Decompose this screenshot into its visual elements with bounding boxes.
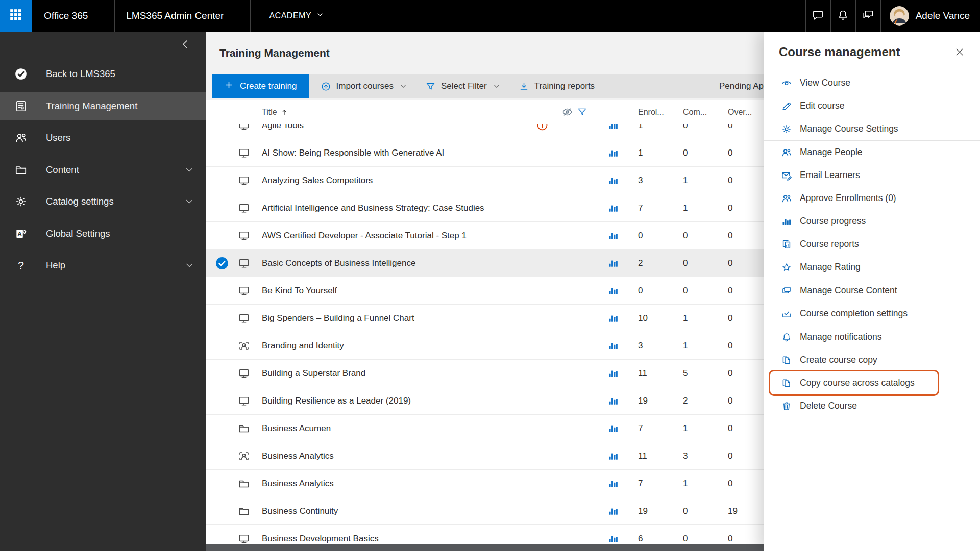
course-progress-icon[interactable] [602,525,635,544]
row-select-cell[interactable] [206,360,238,387]
row-select-cell[interactable] [206,332,238,359]
notifications-button[interactable] [831,0,855,32]
course-title[interactable]: Analyzing Sales Competitors [258,167,531,194]
panel-item-course-reports[interactable]: Course reports [764,233,980,256]
import-courses-button[interactable]: Import courses [313,74,414,98]
sidebar-item-training-management[interactable]: Training Management [0,92,206,120]
course-title[interactable]: Artificial Intelligence and Business Str… [258,194,531,221]
course-title[interactable]: Building a Superstar Brand [258,360,531,387]
select-all-cell[interactable] [206,100,238,124]
close-panel-button[interactable] [954,47,966,58]
course-progress-icon[interactable] [602,497,635,524]
title-column-header[interactable]: Title [258,100,531,124]
row-select-cell[interactable] [206,167,238,194]
table-row-business-development-basics[interactable]: Business Development Basics600 [206,525,764,544]
overdue-column-header[interactable]: Over... [725,100,764,124]
table-row-big-spenders-building-a-funnel-chart[interactable]: Big Spenders – Building a Funnel Chart10… [206,305,764,332]
course-progress-icon[interactable] [602,222,635,249]
panel-item-copy-course-across-catalogs[interactable]: Copy course across catalogs [764,371,980,394]
table-row-artificial-intelligence-and-business-strategy-case-studies[interactable]: Artificial Intelligence and Business Str… [206,194,764,222]
table-row-aws-certified-developer-associate-tutorial-step-1[interactable]: AWS Certified Developer - Associate Tuto… [206,222,764,249]
course-title[interactable]: AWS Certified Developer - Associate Tuto… [258,222,531,249]
sidebar-item-back-to-lms365[interactable]: Back to LMS365 [0,60,206,88]
column-filter-indicators[interactable] [553,100,602,124]
course-progress-icon[interactable] [602,332,635,359]
course-title[interactable]: Branding and Identity [258,332,531,359]
table-row-basic-concepts-of-business-intelligence[interactable]: Basic Concepts of Business Intelligence2… [206,249,764,277]
row-select-cell[interactable] [206,415,238,442]
select-filter-button[interactable]: Select Filter [418,74,507,98]
course-title[interactable]: Be Kind To Yourself [258,277,531,304]
course-progress-icon[interactable] [602,387,635,414]
panel-item-create-course-copy[interactable]: Create course copy [764,348,980,371]
row-select-cell[interactable] [206,525,238,544]
course-title[interactable]: Agile Tools [258,124,531,139]
course-title[interactable]: Business Continuity [258,497,531,524]
course-title[interactable]: Big Spenders – Building a Funnel Chart [258,305,531,332]
admin-center-title[interactable]: LMS365 Admin Center [115,0,250,32]
table-row-building-a-superstar-brand[interactable]: Building a Superstar Brand1150 [206,360,764,387]
panel-item-manage-people[interactable]: Manage People [764,141,980,164]
course-progress-icon[interactable] [602,470,635,497]
panel-item-course-progress[interactable]: Course progress [764,210,980,233]
panel-item-manage-notifications[interactable]: Manage notifications [764,325,980,348]
tenant-switcher[interactable]: ACADEMY [251,0,337,32]
sidebar-item-catalog-settings[interactable]: Catalog settings [0,188,206,215]
table-row-business-analytics[interactable]: Business Analytics710 [206,470,764,497]
panel-item-approve-enrollments-0[interactable]: Approve Enrollments (0) [764,187,980,210]
chat-button[interactable] [806,0,830,32]
row-select-cell[interactable] [206,387,238,414]
row-select-cell[interactable] [206,442,238,469]
course-progress-icon[interactable] [602,360,635,387]
course-progress-icon[interactable] [602,415,635,442]
row-select-cell[interactable] [206,194,238,221]
row-select-cell[interactable] [206,305,238,332]
course-progress-icon[interactable] [602,194,635,221]
sidebar-item-help[interactable]: ?Help [0,252,206,279]
training-reports-button[interactable]: Training reports [511,74,602,98]
account-menu[interactable]: Adele Vance [881,0,980,32]
table-row-branding-and-identity[interactable]: Branding and Identity310 [206,332,764,360]
course-progress-icon[interactable] [602,139,635,166]
course-title[interactable]: AI Show: Being Responsible with Generati… [258,139,531,166]
course-title[interactable]: Basic Concepts of Business Intelligence [258,249,531,277]
panel-item-delete-course[interactable]: Delete Course [764,394,980,417]
sidebar-collapse-button[interactable] [180,39,195,54]
pending-approvals-button[interactable]: Pending Ap [719,74,764,98]
row-select-cell[interactable] [206,470,238,497]
panel-item-manage-course-settings[interactable]: Manage Course Settings [764,117,980,140]
table-row-analyzing-sales-competitors[interactable]: Analyzing Sales Competitors310 [206,167,764,194]
panel-item-manage-rating[interactable]: Manage Rating [764,256,980,279]
table-row-agile-tools[interactable]: Agile Tools100 [206,124,764,139]
sidebar-item-global-settings[interactable]: AGlobal Settings [0,220,206,247]
app-launcher-button[interactable] [0,0,32,32]
course-progress-icon[interactable] [602,305,635,332]
row-select-cell[interactable] [206,222,238,249]
panel-item-course-completion-settings[interactable]: Course completion settings [764,302,980,325]
course-progress-icon[interactable] [602,249,635,277]
table-row-business-continuity[interactable]: Business Continuity19019 [206,497,764,525]
row-select-cell[interactable] [206,249,238,277]
course-progress-icon[interactable] [602,167,635,194]
panel-item-email-learners[interactable]: Email Learners [764,164,980,187]
sidebar-item-content[interactable]: Content [0,156,206,184]
course-progress-icon[interactable] [602,277,635,304]
row-select-cell[interactable] [206,277,238,304]
course-title[interactable]: Business Development Basics [258,525,531,544]
course-title[interactable]: Business Analytics [258,470,531,497]
course-title[interactable]: Business Analytics [258,442,531,469]
completed-column-header[interactable]: Com... [680,100,725,124]
course-progress-icon[interactable] [602,124,635,139]
feedback-button[interactable] [856,0,880,32]
enrolled-column-header[interactable]: Enrol... [635,100,680,124]
table-row-building-resilience-as-a-leader-2019[interactable]: Building Resilience as a Leader (2019)19… [206,387,764,415]
course-title[interactable]: Building Resilience as a Leader (2019) [258,387,531,414]
course-title[interactable]: Business Acumen [258,415,531,442]
sidebar-item-users[interactable]: Users [0,124,206,152]
row-select-cell[interactable] [206,124,238,139]
create-training-button[interactable]: Create training [212,74,309,98]
row-select-cell[interactable] [206,139,238,166]
panel-item-manage-course-content[interactable]: Manage Course Content [764,279,980,302]
table-row-business-acumen[interactable]: Business Acumen710 [206,415,764,442]
office365-brand[interactable]: Office 365 [32,0,114,32]
